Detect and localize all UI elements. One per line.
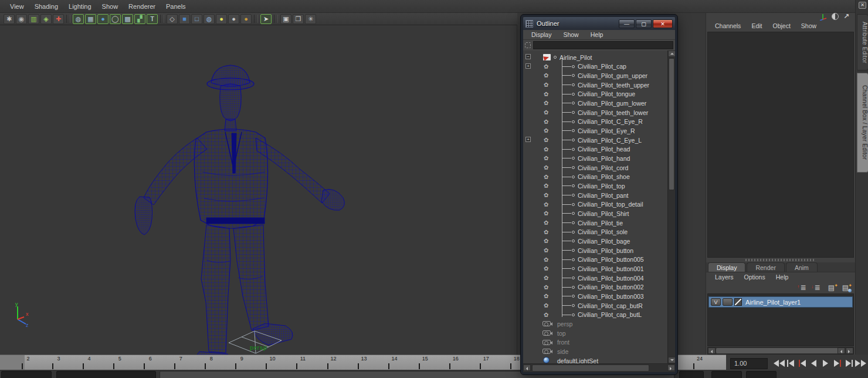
- toolbar-icon-xray-display[interactable]: ▩: [122, 14, 133, 24]
- menu-item[interactable]: View: [5, 1, 29, 12]
- minimize-button[interactable]: —: [619, 19, 635, 28]
- scroll-right-arrow[interactable]: [846, 347, 853, 354]
- toolbar-icon-select-by-hierarchy[interactable]: ✱: [4, 14, 15, 24]
- outliner-row[interactable]: ✿ Civilian_Pilot_button: [523, 246, 667, 255]
- outliner-row[interactable]: ✿ top: [523, 329, 667, 338]
- range-end-field[interactable]: [711, 371, 742, 378]
- create-empty-layer-icon[interactable]: ▤✦: [826, 284, 836, 292]
- toolbar-icon-multi-pane-layout[interactable]: ❐: [293, 14, 304, 24]
- scroll-left-arrow[interactable]: [708, 347, 716, 354]
- maximize-button[interactable]: ▢: [636, 19, 652, 28]
- layer-editor-menu-item[interactable]: Layers: [710, 272, 739, 282]
- outliner-vscrollbar[interactable]: [667, 50, 675, 363]
- current-time-field[interactable]: 1.00: [730, 358, 768, 369]
- perspective-viewport[interactable]: y x z persp: [0, 25, 517, 355]
- outliner-row[interactable]: ✿ Civilian_Pilot_pant: [523, 191, 667, 200]
- outliner-row[interactable]: ✿ Civilian_Pilot_tongue: [523, 90, 667, 99]
- toolbar-icon-flat-shade[interactable]: ◯: [110, 14, 121, 24]
- outliner-hscrollbar[interactable]: [523, 363, 675, 372]
- tree-expander-box[interactable]: +: [525, 137, 531, 142]
- panel-resize-handle[interactable]: [706, 258, 855, 262]
- strip-close-icon[interactable]: ✕: [859, 2, 866, 9]
- outliner-row[interactable]: ✿ Civilian_Pilot_teeth_upper: [523, 80, 667, 89]
- create-layer-from-selected-icon[interactable]: ▤✦: [840, 284, 850, 292]
- outliner-row[interactable]: ✿ Civilian_Pilot_button002: [523, 283, 667, 292]
- scroll-down-arrow[interactable]: [668, 357, 675, 363]
- toolbar-icon-use-no-lights[interactable]: ●: [240, 14, 252, 24]
- layer-visibility-toggle[interactable]: V: [711, 298, 721, 306]
- outliner-row[interactable]: ✿ Civilian_Pilot_head: [523, 145, 667, 154]
- tree-expander-box[interactable]: −: [525, 54, 531, 59]
- outliner-row[interactable]: ✿ Civilian_Pilot_gum_lower: [523, 99, 667, 107]
- outliner-row[interactable]: ✿ persp: [523, 319, 667, 328]
- playback-step-forward-key[interactable]: [832, 358, 843, 369]
- toolbar-icon-wire-cube[interactable]: □: [191, 14, 202, 24]
- layer-playback-toggle[interactable]: [723, 298, 733, 306]
- outliner-row[interactable]: ✿ defaultLightSet: [523, 356, 667, 363]
- toolbar-icon-smooth-shade-all[interactable]: ▦: [85, 14, 96, 24]
- menu-item[interactable]: Lighting: [63, 1, 97, 12]
- layer-color-swatch[interactable]: [734, 298, 742, 306]
- outliner-row[interactable]: ✿ Civilian_Pilot_tie: [523, 218, 667, 227]
- outliner-row[interactable]: ✿ Civilian_Pilot_C_Eye_R: [523, 117, 667, 126]
- channel-box-menu-item[interactable]: Channels: [710, 21, 746, 31]
- playback-go-to-end[interactable]: [855, 358, 866, 369]
- layer-editor-tab[interactable]: Display: [708, 262, 745, 272]
- outliner-row[interactable]: ✿ Civilian_Pilot_hand: [523, 154, 667, 163]
- menu-item[interactable]: Renderer: [123, 1, 161, 12]
- outliner-row[interactable]: ✿ Civilian_Pilot_teeth_lower: [523, 108, 667, 117]
- outliner-row[interactable]: ✿ Civilian_Pilot_shoe: [523, 173, 667, 181]
- outliner-row[interactable]: ✿ Civilian_Pilot_button004: [523, 274, 667, 282]
- outliner-row[interactable]: ✿ front: [523, 338, 667, 347]
- outliner-row[interactable]: ✿ Civilian_Pilot_top_detail: [523, 200, 667, 209]
- toolbar-icon-default-material[interactable]: ◇: [167, 14, 178, 24]
- scroll-thumb[interactable]: [532, 365, 649, 372]
- tab-channel-box-layer-editor[interactable]: Channel Box / Layer Editor: [857, 73, 868, 173]
- menu-item[interactable]: Panels: [161, 1, 191, 12]
- toolbar-icon-use-all-lights[interactable]: ●: [216, 14, 227, 24]
- hyperbolic-pen-icon[interactable]: ↗: [843, 12, 849, 21]
- toolbar-icon-vertex-color-display[interactable]: ▞: [134, 14, 145, 24]
- scroll-left-arrow2[interactable]: [838, 347, 845, 354]
- outliner-row[interactable]: ✿ Civilian_Pilot_cap_butR: [523, 301, 667, 310]
- layer-editor-tab[interactable]: Anim: [786, 262, 818, 272]
- outliner-row[interactable]: ✿ side: [523, 347, 667, 356]
- toolbar-icon-graph-editor[interactable]: ▥: [28, 14, 39, 24]
- menu-item[interactable]: Show: [97, 1, 124, 12]
- playback-play-forwards[interactable]: [820, 358, 831, 369]
- toolbar-icon-shaded-display[interactable]: ●: [97, 14, 108, 24]
- playback-step-back-frame[interactable]: [785, 358, 796, 369]
- outliner-row[interactable]: ✿ Civilian_Pilot_Shirt: [523, 209, 667, 218]
- outliner-menu-item[interactable]: Help: [585, 30, 609, 39]
- outliner-row[interactable]: ✿ Civilian_Pilot_cord: [523, 163, 667, 172]
- outliner-row[interactable]: ✿ Airline_Pilot: [523, 53, 667, 62]
- scroll-thumb[interactable]: [669, 58, 674, 190]
- outliner-row[interactable]: ✿ Civilian_Pilot_button001: [523, 264, 667, 273]
- tab-attribute-editor[interactable]: Attribute Editor: [857, 14, 868, 70]
- outliner-row[interactable]: ✿ Civilian_Pilot_button003: [523, 292, 667, 301]
- move-layer-down-icon[interactable]: ≣↓: [812, 284, 822, 292]
- toolbar-icon-use-default-light[interactable]: ●: [228, 14, 239, 24]
- toolbar-icon-select-tool-marquee[interactable]: ➤: [260, 14, 272, 24]
- playback-step-forward-frame[interactable]: [843, 358, 855, 369]
- toolbar-icon-paint-effects[interactable]: ◈: [40, 14, 52, 24]
- toolbar-icon-wire-sphere[interactable]: ◍: [204, 14, 215, 24]
- outliner-menu-item[interactable]: Display: [525, 30, 557, 39]
- tree-expander-box[interactable]: +: [525, 63, 531, 69]
- scroll-left-arrow2[interactable]: [523, 365, 531, 371]
- menu-item[interactable]: Shading: [29, 1, 63, 12]
- outliner-row[interactable]: ✿ Civilian_Pilot_button005: [523, 255, 667, 264]
- playback-go-to-start[interactable]: [773, 358, 784, 369]
- layer-list-hscrollbar[interactable]: [707, 347, 854, 355]
- toolbar-icon-hypergraph-connections[interactable]: ✳: [305, 14, 316, 24]
- outliner-row[interactable]: ✿ Civilian_Pilot_C_Eye_L: [523, 136, 667, 144]
- toolbar-icon-shaded-cube[interactable]: ■: [179, 14, 190, 24]
- channel-list-empty[interactable]: [707, 32, 854, 258]
- scroll-up-arrow[interactable]: [668, 50, 675, 57]
- toolbar-icon-wireframe-display[interactable]: ◍: [73, 14, 84, 24]
- outliner-titlebar[interactable]: Outliner — ▢ ✕: [523, 17, 675, 30]
- playback-options-box[interactable]: [746, 371, 777, 378]
- outliner-row[interactable]: ✿ Civilian_Pilot_top: [523, 181, 667, 190]
- speed-toggle-icon[interactable]: [832, 13, 839, 20]
- range-start-field[interactable]: [1, 371, 52, 378]
